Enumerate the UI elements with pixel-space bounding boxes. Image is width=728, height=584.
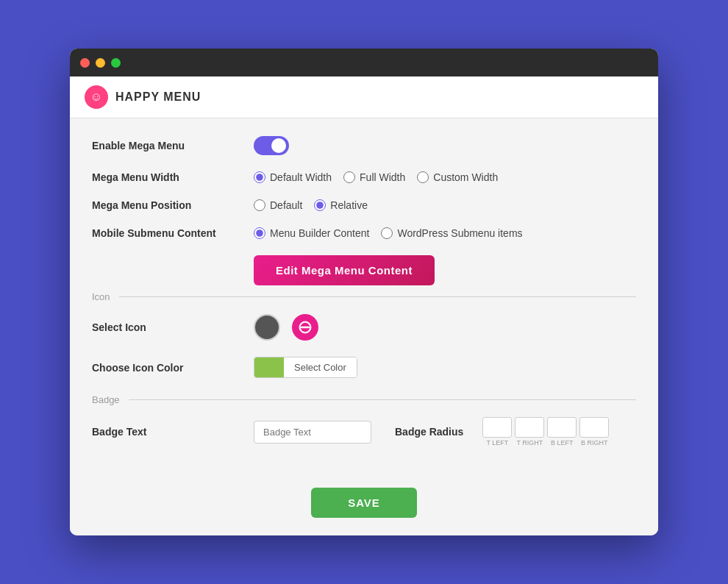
position-option-default[interactable]: Default	[254, 199, 302, 211]
icon-divider-line	[119, 296, 636, 297]
badge-radius-inputs: T LEFT T RIGHT B LEFT B RIGHT	[482, 417, 609, 446]
badge-radius-t-left-group: T LEFT	[482, 417, 512, 446]
badge-section-divider: Badge	[92, 394, 636, 405]
circle-icon	[262, 322, 272, 332]
color-picker[interactable]: Select Color	[254, 357, 357, 378]
enable-mega-menu-label: Enable Mega Menu	[92, 140, 254, 152]
svg-point-0	[263, 323, 271, 332]
badge-radius-t-left-label: T LEFT	[486, 439, 508, 446]
color-swatch	[254, 357, 284, 377]
app-title: HAPPY MENU	[115, 90, 201, 104]
edit-mega-menu-button[interactable]: Edit Mega Menu Content	[254, 255, 435, 285]
icon-clear-button[interactable]	[292, 314, 318, 341]
close-button[interactable]	[80, 58, 90, 68]
no-icon	[299, 321, 312, 334]
minimize-button[interactable]	[96, 58, 105, 68]
submenu-option-builder[interactable]: Menu Builder Content	[254, 227, 369, 239]
edit-button-row: Edit Mega Menu Content	[92, 255, 636, 285]
badge-radius-t-right-label: T RIGHT	[516, 439, 543, 446]
mega-menu-position-controls: Default Relative	[254, 199, 368, 211]
icon-section-label: Icon	[92, 291, 110, 302]
footer: SAVE	[70, 480, 658, 535]
submenu-option-wordpress[interactable]: WordPress Submenu items	[381, 227, 522, 239]
mega-menu-width-row: Mega Menu Width Default Width Full Width…	[92, 171, 636, 183]
form-content: Enable Mega Menu Mega Menu Width Default…	[70, 118, 658, 480]
mobile-submenu-controls: Menu Builder Content WordPress Submenu i…	[254, 227, 523, 239]
badge-section-label: Badge	[92, 394, 120, 405]
icon-section-divider: Icon	[92, 291, 636, 302]
badge-radius-t-right-group: T RIGHT	[515, 417, 544, 446]
select-icon-label: Select Icon	[92, 321, 254, 333]
badge-radius-label: Badge Radius	[395, 426, 463, 438]
badge-radius-b-left[interactable]	[547, 417, 577, 438]
badge-radius-t-left[interactable]	[482, 417, 512, 438]
mega-menu-position-label: Mega Menu Position	[92, 199, 254, 211]
badge-radius-b-left-group: B LEFT	[547, 417, 577, 446]
select-icon-controls	[254, 314, 318, 341]
mega-menu-width-label: Mega Menu Width	[92, 171, 254, 183]
mega-menu-width-controls: Default Width Full Width Custom Width	[254, 171, 498, 183]
badge-radius-b-right-group: B RIGHT	[579, 417, 609, 446]
choose-icon-color-row: Choose Icon Color Select Color	[92, 357, 636, 378]
mobile-submenu-row: Mobile Submenu Content Menu Builder Cont…	[92, 227, 636, 239]
badge-text-label: Badge Text	[92, 426, 254, 438]
app-header: ☺ HAPPY MENU	[70, 76, 658, 118]
enable-mega-menu-row: Enable Mega Menu	[92, 136, 636, 155]
enable-mega-menu-controls	[254, 136, 289, 155]
width-option-custom[interactable]: Custom Width	[417, 171, 498, 183]
select-icon-row: Select Icon	[92, 314, 636, 341]
badge-divider-line	[129, 399, 636, 400]
badge-radius-t-right[interactable]	[515, 417, 544, 438]
maximize-button[interactable]	[111, 58, 121, 68]
width-option-default[interactable]: Default Width	[254, 171, 332, 183]
titlebar	[70, 49, 658, 76]
enable-mega-menu-toggle[interactable]	[254, 136, 289, 155]
mobile-submenu-label: Mobile Submenu Content	[92, 227, 254, 239]
badge-controls: Badge Radius T LEFT T RIGHT B LEFT	[254, 417, 609, 446]
badge-radius-b-right[interactable]	[579, 417, 609, 438]
mega-menu-position-row: Mega Menu Position Default Relative	[92, 199, 636, 211]
choose-icon-color-controls: Select Color	[254, 357, 357, 378]
badge-text-input[interactable]	[254, 421, 371, 444]
choose-icon-color-label: Choose Icon Color	[92, 362, 254, 374]
select-color-button[interactable]: Select Color	[284, 357, 357, 377]
badge-radius-b-right-label: B RIGHT	[581, 439, 608, 446]
badge-radius-b-left-label: B LEFT	[551, 439, 574, 446]
badge-row: Badge Text Badge Radius T LEFT T RIGHT	[92, 417, 636, 446]
width-option-full[interactable]: Full Width	[343, 171, 405, 183]
logo-icon: ☺	[85, 85, 108, 109]
main-window: ☺ HAPPY MENU Enable Mega Menu Mega Menu …	[70, 49, 658, 535]
icon-select-button[interactable]	[254, 314, 280, 341]
position-option-relative[interactable]: Relative	[314, 199, 368, 211]
save-button[interactable]: SAVE	[311, 488, 417, 518]
